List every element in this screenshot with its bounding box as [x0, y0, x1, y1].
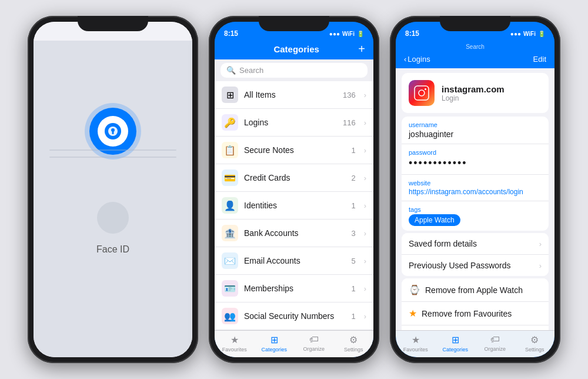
saved-form-row[interactable]: Saved form details › — [402, 233, 549, 255]
tab-label-favourites: Favourites — [222, 347, 247, 353]
saved-form-chevron-icon: › — [539, 240, 542, 248]
remove-fav-row[interactable]: ★ Remove from Favourites — [402, 302, 549, 325]
category-list: ⊞ All Items 136 › 🔑 Logins 116 › 📋 Secur… — [215, 81, 373, 330]
tab-icon-favourites: ★ — [412, 334, 420, 345]
category-chevron-social-security: › — [364, 312, 366, 321]
password-value: •••••••••••• — [409, 157, 542, 169]
search-placeholder: Search — [239, 66, 263, 75]
app-icon — [409, 80, 435, 106]
svg-point-6 — [419, 90, 425, 96]
category-item-memberships[interactable]: 🪪 Memberships 1 › — [215, 275, 373, 302]
prev-passwords-row[interactable]: Previously Used Passwords › — [402, 255, 549, 276]
tab-categories[interactable]: ⊞ Categories — [255, 334, 295, 353]
tab-favourites[interactable]: ★ Favourites — [396, 334, 436, 353]
category-chevron-credit-cards: › — [364, 174, 366, 182]
tab-organize[interactable]: 🏷 Organize — [475, 334, 515, 353]
tag-badge-container: Apple Watch — [409, 214, 542, 226]
category-item-secure-notes[interactable]: 📋 Secure Notes 1 › — [215, 137, 373, 164]
category-item-logins[interactable]: 🔑 Logins 116 › — [215, 109, 373, 137]
category-item-all-items[interactable]: ⊞ All Items 136 › — [215, 81, 373, 109]
faceid-logo[interactable] — [89, 108, 136, 155]
svg-rect-3 — [112, 131, 114, 134]
tab-icon-settings: ⚙ — [530, 334, 539, 345]
tab-label-organize: Organize — [484, 346, 506, 352]
category-label-logins: Logins — [244, 118, 337, 127]
category-label-memberships: Memberships — [244, 284, 345, 293]
tags-label: tags — [409, 206, 542, 213]
username-field[interactable]: username joshuaginter — [402, 117, 549, 144]
category-icon-memberships: 🪪 — [222, 280, 238, 297]
tab-icon-categories: ⊞ — [270, 334, 278, 345]
category-chevron-memberships: › — [364, 284, 366, 293]
category-count-all-items: 136 — [343, 91, 356, 99]
move-copy-row[interactable]: ⧉ Move and Copy... — [402, 325, 549, 330]
website-label: website — [409, 179, 542, 187]
phone-3: 8:15 ●●● WiFi 🔋 Search ‹ Logins Edit — [390, 16, 560, 363]
tab-label-settings: Settings — [344, 347, 363, 353]
tab-label-categories: Categories — [261, 347, 287, 353]
screen-3: 8:15 ●●● WiFi 🔋 Search ‹ Logins Edit — [396, 22, 554, 357]
detail-header-card: instagram.com Login — [402, 73, 549, 113]
wifi-icon: WiFi — [342, 31, 355, 37]
category-count-identities: 1 — [351, 201, 355, 210]
username-label: username — [409, 121, 542, 128]
category-count-social-security: 1 — [351, 312, 355, 321]
category-count-secure-notes: 1 — [351, 146, 355, 155]
tab-label-categories: Categories — [442, 347, 468, 353]
remove-fav-label: Remove from Favourites — [422, 309, 542, 318]
apple-watch-tag[interactable]: Apple Watch — [409, 214, 460, 226]
faceid-screen: Face ID — [34, 41, 192, 357]
wifi-icon-3: WiFi — [523, 31, 536, 37]
saved-actions-card: Saved form details › Previously Used Pas… — [402, 233, 549, 276]
instagram-icon — [413, 85, 430, 101]
category-item-bank-accounts[interactable]: 🏦 Bank Accounts 3 › — [215, 220, 373, 247]
tab-favourites[interactable]: ★ Favourites — [215, 334, 255, 353]
tab-settings[interactable]: ⚙ Settings — [334, 334, 374, 353]
category-item-email-accounts[interactable]: ✉️ Email Accounts 5 › — [215, 247, 373, 275]
notch-3 — [440, 16, 510, 31]
screen-1: Face ID — [34, 22, 192, 357]
faceid-line-1 — [49, 149, 176, 151]
credentials-card: username joshuaginter password •••••••••… — [402, 117, 549, 231]
item-domain: instagram.com — [442, 84, 505, 94]
category-count-logins: 116 — [343, 118, 356, 127]
status-icons-2: ●●● WiFi 🔋 — [329, 31, 364, 37]
extra-actions-card: ⌚ Remove from Apple Watch ★ Remove from … — [402, 278, 549, 330]
password-field[interactable]: password •••••••••••• — [402, 144, 549, 175]
tags-field[interactable]: tags Apple Watch — [402, 201, 549, 231]
subnav-label: Search — [466, 44, 485, 50]
category-chevron-identities: › — [364, 201, 366, 210]
back-button[interactable]: ‹ Logins — [404, 55, 430, 64]
tab-organize[interactable]: 🏷 Organize — [294, 334, 334, 353]
category-label-identities: Identities — [244, 201, 345, 210]
search-icon: 🔍 — [226, 66, 236, 75]
remove-watch-row[interactable]: ⌚ Remove from Apple Watch — [402, 278, 549, 302]
category-count-memberships: 1 — [351, 284, 355, 293]
category-chevron-email-accounts: › — [364, 257, 366, 265]
signal-icon-3: ●●● — [510, 31, 521, 37]
tab-settings[interactable]: ⚙ Settings — [515, 334, 555, 353]
category-label-bank-accounts: Bank Accounts — [244, 228, 345, 238]
category-chevron-all-items: › — [364, 91, 366, 99]
edit-button[interactable]: Edit — [533, 55, 546, 64]
category-item-identities[interactable]: 👤 Identities 1 › — [215, 192, 373, 220]
tab-label-organize: Organize — [303, 346, 325, 352]
add-category-button[interactable]: + — [358, 43, 365, 55]
tab-label-settings: Settings — [525, 347, 544, 353]
status-time-2: 8:15 — [224, 29, 238, 38]
back-label: Logins — [407, 55, 430, 64]
prev-passwords-chevron-icon: › — [539, 261, 542, 270]
detail-content: instagram.com Login username joshuaginte… — [396, 68, 554, 330]
website-field[interactable]: website https://instagram.com/accounts/l… — [402, 175, 549, 201]
battery-icon: 🔋 — [357, 31, 364, 37]
category-icon-credit-cards: 💳 — [222, 169, 238, 186]
notch-2 — [259, 16, 329, 31]
subnav-bar: Search — [396, 41, 554, 52]
phone-2: 8:15 ●●● WiFi 🔋 Categories + 🔍 Search — [209, 16, 379, 363]
website-value: https://instagram.com/accounts/login — [409, 188, 542, 196]
category-item-social-security[interactable]: 👥 Social Security Numbers 1 › — [215, 302, 373, 330]
tab-categories[interactable]: ⊞ Categories — [436, 334, 476, 353]
search-bar[interactable]: 🔍 Search — [220, 63, 368, 78]
category-item-credit-cards[interactable]: 💳 Credit Cards 2 › — [215, 164, 373, 192]
svg-point-7 — [425, 88, 426, 90]
